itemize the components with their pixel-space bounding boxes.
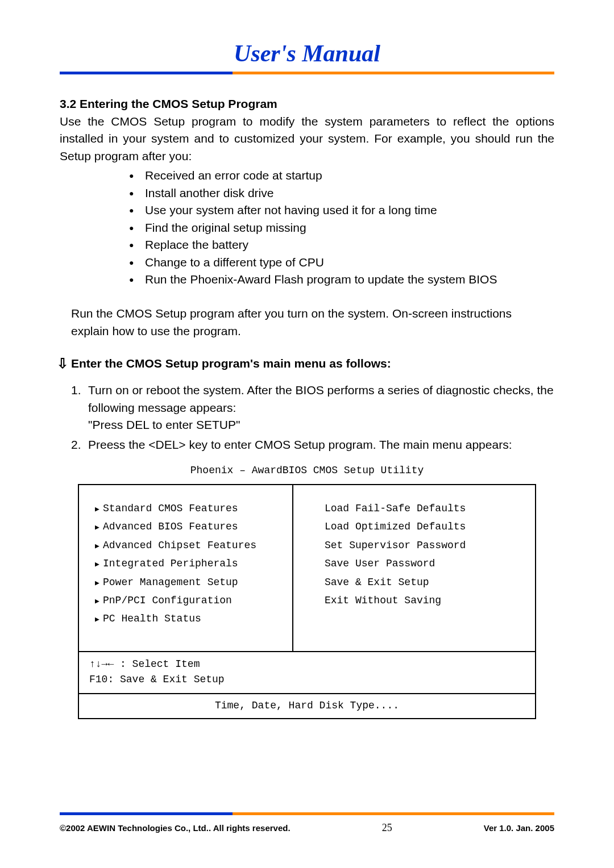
- sub-heading: ⇩ Enter the CMOS Setup program's main me…: [60, 357, 554, 370]
- bios-menu-box: ▶Standard CMOS Features ▶Advanced BIOS F…: [78, 484, 536, 719]
- bios-menu-item: Load Optimized Defaults: [325, 518, 524, 536]
- triangle-right-icon: ▶: [95, 503, 103, 516]
- bios-menu-label: PC Health Status: [103, 613, 201, 624]
- bios-menu-item: Load Fail-Safe Defaults: [325, 499, 524, 518]
- bios-menu-top: ▶Standard CMOS Features ▶Advanced BIOS F…: [79, 485, 535, 652]
- bios-menu-label: Integrated Peripherals: [103, 558, 238, 569]
- triangle-right-icon: ▶: [95, 577, 103, 590]
- run-paragraph-line2: explain how to use the program.: [71, 324, 241, 337]
- bios-menu-item: Save User Password: [325, 554, 524, 573]
- numbered-list: 1. Turn on or reboot the system. After t…: [60, 382, 554, 453]
- bios-menu-item: ▶PC Health Status: [95, 610, 281, 628]
- footer-version: Ver 1.0. Jan. 2005: [484, 823, 554, 833]
- bios-menu-label: Standard CMOS Features: [103, 503, 238, 514]
- footer-rule: [60, 812, 554, 815]
- list-item: Find the original setup missing: [145, 219, 554, 236]
- step-text: Turn on or reboot the system. After the …: [88, 383, 554, 414]
- bios-help-line: F10: Save & Exit Setup: [89, 672, 525, 687]
- triangle-right-icon: ▶: [95, 521, 103, 534]
- run-paragraph-line1: Run the CMOS Setup program after you tur…: [71, 307, 512, 320]
- down-arrow-icon: ⇩: [57, 356, 68, 372]
- bios-menu-item: Save & Exit Setup: [325, 573, 524, 591]
- triangle-right-icon: ▶: [95, 613, 103, 626]
- bios-menu-item: Set Supervisor Password: [325, 536, 524, 554]
- list-item: Install another disk drive: [145, 185, 554, 202]
- bios-menu-item: ▶Advanced Chipset Features: [95, 536, 281, 554]
- bios-menu-label: Advanced BIOS Features: [103, 521, 238, 532]
- sub-heading-text: Enter the CMOS Setup program's main menu…: [71, 357, 391, 370]
- run-paragraph: Run the CMOS Setup program after you tur…: [60, 305, 554, 340]
- bios-menu-item: ▶Power Management Setup: [95, 573, 281, 591]
- bios-menu-item: Exit Without Saving: [325, 591, 524, 610]
- list-item: Use your system after not having used it…: [145, 202, 554, 219]
- step-number: 2.: [71, 436, 81, 453]
- bios-menu-label: Advanced Chipset Features: [103, 540, 256, 551]
- bios-title: Phoenix – AwardBIOS CMOS Setup Utility: [60, 465, 554, 476]
- bios-menu-right-column: Load Fail-Safe Defaults Load Optimized D…: [293, 485, 535, 651]
- bios-menu-item: ▶PnP/PCI Configuration: [95, 591, 281, 610]
- list-item: Run the Phoenix-Award Flash program to u…: [145, 271, 554, 288]
- list-item: 2. Preess the <DEL> key to enter CMOS Se…: [71, 436, 554, 453]
- bios-menu-item: ▶Advanced BIOS Features: [95, 518, 281, 536]
- triangle-right-icon: ▶: [95, 595, 103, 608]
- triangle-right-icon: ▶: [95, 558, 103, 571]
- step-quote: "Press DEL to enter SETUP": [88, 416, 554, 433]
- title-rule: [60, 72, 554, 74]
- bios-menu-item: ▶Standard CMOS Features: [95, 499, 281, 518]
- step-text: Preess the <DEL> key to enter CMOS Setup…: [88, 438, 512, 451]
- bios-menu-label: PnP/PCI Configuration: [103, 595, 232, 606]
- intro-paragraph: Use the CMOS Setup program to modify the…: [60, 113, 554, 165]
- bullet-list: Received an error code at startup Instal…: [60, 167, 554, 288]
- page-number: 25: [382, 822, 392, 834]
- bios-menu-item: ▶Integrated Peripherals: [95, 554, 281, 573]
- list-item: Replace the battery: [145, 236, 554, 253]
- page-title: User's Manual: [60, 40, 554, 67]
- page-footer: ©2002 AEWIN Technologies Co., Ltd.. All …: [60, 812, 554, 834]
- bios-description-bar: Time, Date, Hard Disk Type....: [79, 694, 535, 718]
- list-item: Change to a different type of CPU: [145, 254, 554, 271]
- triangle-right-icon: ▶: [95, 540, 103, 553]
- bios-menu-left-column: ▶Standard CMOS Features ▶Advanced BIOS F…: [79, 485, 293, 651]
- bios-help-line: ↑↓→← : Select Item: [89, 657, 525, 672]
- list-item: 1. Turn on or reboot the system. After t…: [71, 382, 554, 433]
- list-item: Received an error code at startup: [145, 167, 554, 184]
- footer-copyright: ©2002 AEWIN Technologies Co., Ltd.. All …: [60, 823, 291, 833]
- bios-menu-label: Power Management Setup: [103, 577, 238, 588]
- section-heading: 3.2 Entering the CMOS Setup Program: [60, 97, 554, 111]
- bios-help-bar: ↑↓→← : Select Item F10: Save & Exit Setu…: [79, 652, 535, 694]
- step-number: 1.: [71, 382, 81, 399]
